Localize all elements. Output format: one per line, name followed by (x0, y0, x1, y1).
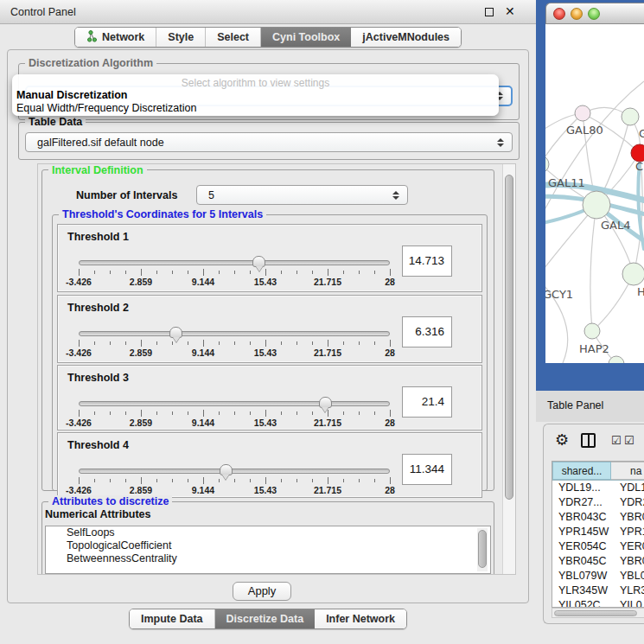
network-node-gal80[interactable] (575, 105, 590, 121)
table-header-row: shared... na (552, 462, 644, 481)
tab-infer-network[interactable]: Infer Network (315, 609, 406, 628)
table-row[interactable]: YPR145WYPR1 (552, 525, 644, 539)
network-node-ga[interactable] (622, 108, 639, 125)
attribute-list-item[interactable]: TopologicalCoefficient (46, 539, 490, 552)
table-row[interactable]: YBR043CYBR0 (552, 510, 644, 525)
slider-thumb[interactable] (252, 256, 265, 267)
table-row[interactable]: YBR045CYBR0 (552, 554, 644, 569)
tab-select[interactable]: Select (206, 28, 261, 47)
tab-network[interactable]: Network (75, 28, 156, 47)
tick-mark (374, 271, 375, 274)
attribute-list-item[interactable]: BetweennessCentrality (46, 552, 490, 565)
table-data-combobox[interactable]: galFiltered.sif default node (25, 132, 513, 152)
tick-mark (328, 340, 328, 347)
attributes-list-scrollbar[interactable] (477, 528, 488, 571)
zoom-traffic-light[interactable] (588, 8, 600, 20)
tab-jactivemnodules[interactable]: jActiveMNodules (351, 28, 461, 47)
float-window-icon[interactable] (485, 8, 494, 16)
tick-mark (141, 269, 142, 276)
network-node-hap2[interactable] (584, 323, 600, 339)
network-window-titlebar[interactable] (545, 3, 644, 24)
tick-mark (141, 477, 142, 484)
network-node-c[interactable] (631, 144, 644, 162)
table-row[interactable]: YBL079WYBL0 (552, 569, 644, 583)
attribute-list-item[interactable]: SelfLoops (46, 526, 490, 539)
checkbox-icon[interactable]: ☑ (611, 434, 622, 447)
threshold-value-field[interactable]: 11.344 (402, 454, 452, 485)
tick-mark (374, 479, 375, 482)
columns-icon[interactable] (581, 433, 596, 448)
threshold-value-field[interactable]: 6.316 (402, 316, 452, 348)
column-header-name[interactable]: na (611, 462, 644, 480)
tick-mark (343, 479, 344, 482)
settings-vertical-scrollbar[interactable] (502, 164, 515, 574)
tick-mark (312, 341, 313, 345)
tick-mark (343, 341, 344, 345)
table-row[interactable]: YDR27...YDR2 (552, 495, 644, 510)
cell-name: YPR1 (611, 525, 644, 539)
table-panel-titlebar: Table Panel (536, 391, 644, 422)
close-icon[interactable]: ✕ (505, 4, 515, 18)
slider-thumb[interactable] (220, 464, 233, 475)
table-horizontal-scrollbar[interactable] (552, 608, 644, 618)
slider-track[interactable] (79, 331, 390, 336)
popup-option-manual-discretization[interactable]: Manual Discretization (16, 89, 128, 101)
threshold-value-field[interactable]: 21.4 (402, 386, 452, 418)
tick-mark (390, 477, 391, 484)
tick-mark (390, 269, 391, 276)
combo-arrows-icon (497, 138, 504, 147)
attributes-title: Attributes to discretize (48, 495, 172, 507)
slider-track[interactable] (79, 401, 390, 406)
slider-thumb[interactable] (319, 397, 332, 408)
num-intervals-combobox[interactable]: 5 (196, 185, 408, 205)
checkbox-icon[interactable]: ☑ (624, 434, 634, 447)
tick-mark (265, 269, 266, 276)
network-node-h[interactable] (622, 263, 644, 285)
slider-track[interactable] (79, 260, 390, 265)
network-view-canvas[interactable]: GAL80GACGAL11GAL4GCY1HHAP2 (545, 24, 644, 363)
tick-mark (374, 411, 375, 415)
node-label: HAP2 (579, 342, 609, 355)
network-node-gal4[interactable] (583, 191, 610, 219)
tab-discretize-data[interactable]: Discretize Data (215, 609, 316, 628)
table-row[interactable]: YDL19...YDL1 (552, 481, 644, 495)
apply-button[interactable]: Apply (233, 582, 291, 601)
tick-label: 9.144 (192, 485, 214, 495)
table-panel-title: Table Panel (547, 399, 603, 411)
gear-icon[interactable]: ⚙ (555, 430, 569, 450)
tick-mark (250, 341, 251, 345)
tick-label: 15.43 (254, 485, 277, 495)
tick-label: 21.715 (314, 418, 341, 428)
minimize-traffic-light[interactable] (571, 8, 583, 20)
scrollbar-thumb[interactable] (505, 175, 513, 500)
tab-style[interactable]: Style (156, 28, 206, 47)
threshold-value-field[interactable]: 14.713 (402, 245, 452, 277)
tab-cyni-toolbox[interactable]: Cyni Toolbox (261, 28, 351, 47)
table-data-value: galFiltered.sif default node (37, 137, 164, 149)
close-traffic-light[interactable] (553, 8, 565, 20)
threshold-box-2: Threshold 2-3.4262.8599.14415.4321.71528… (57, 295, 482, 363)
column-header-shared-name[interactable]: shared... (552, 462, 611, 480)
popup-option-equal-width[interactable]: Equal Width/Frequency Discretization (16, 102, 196, 114)
tick-label: -3.426 (66, 277, 92, 287)
network-edge[interactable] (545, 113, 583, 164)
scrollbar-thumb[interactable] (554, 610, 637, 616)
tick-mark (79, 410, 80, 417)
slider-thumb[interactable] (169, 327, 182, 338)
slider-ticks (79, 477, 390, 484)
cell-name: YBR0 (611, 554, 644, 569)
table-row[interactable]: YIL052CYIL0 (552, 598, 644, 608)
table-row[interactable]: YLR345WYLR3 (552, 583, 644, 598)
cell-shared-name: YBR045C (552, 554, 611, 569)
tab-impute-data[interactable]: Impute Data (130, 609, 215, 628)
tick-mark (265, 477, 266, 484)
tick-mark (203, 477, 204, 484)
tick-mark (94, 341, 95, 345)
tick-mark (250, 411, 251, 415)
table-row[interactable]: YER054CYER0 (552, 539, 644, 554)
network-edge[interactable] (590, 205, 596, 331)
tick-mark (296, 271, 297, 274)
scrollbar-thumb[interactable] (478, 530, 487, 568)
tick-mark (359, 411, 360, 415)
slider-track[interactable] (79, 469, 390, 474)
